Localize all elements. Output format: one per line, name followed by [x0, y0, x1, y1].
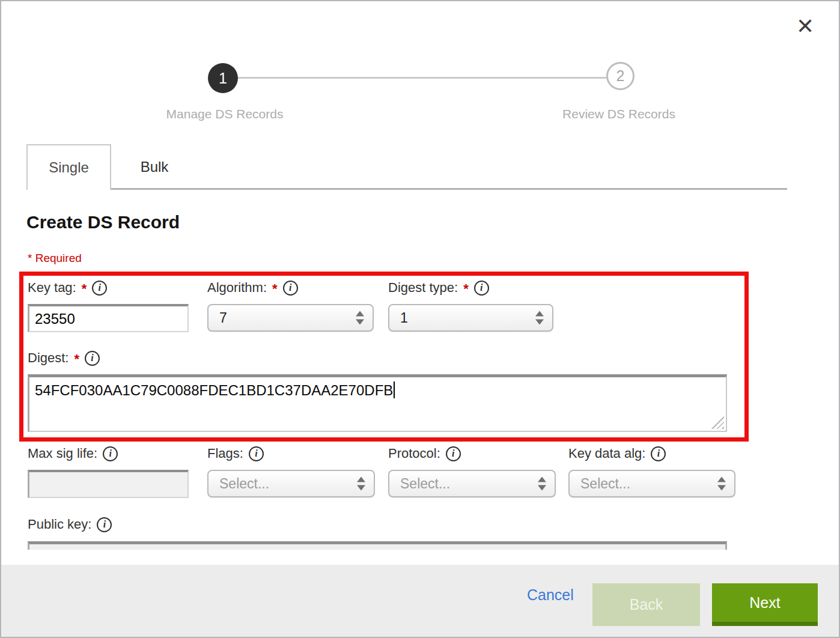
select-arrows-icon: [717, 477, 726, 491]
digest-type-label-row: Digest type: * i: [388, 279, 553, 297]
algorithm-selected-value: 7: [219, 310, 227, 326]
digest-label-row: Digest: * i: [28, 349, 727, 367]
info-icon[interactable]: i: [92, 281, 107, 296]
tab-bulk[interactable]: Bulk: [111, 144, 198, 190]
key-data-alg-label-row: Key data alg: i: [568, 445, 735, 463]
select-arrows-icon: [538, 477, 546, 491]
text-caret: [394, 381, 395, 398]
algorithm-select[interactable]: 7: [207, 304, 374, 332]
required-asterisk: *: [463, 281, 469, 297]
digest-type-selected-value: 1: [400, 310, 408, 326]
key-tag-label-row: Key tag: * i: [28, 279, 189, 297]
info-icon[interactable]: i: [283, 281, 298, 296]
info-icon[interactable]: i: [85, 351, 100, 366]
cancel-button[interactable]: Cancel: [527, 586, 574, 604]
field-max-sig-life: Max sig life: i: [28, 445, 189, 498]
field-digest: Digest: * i 54FCF030AA1C79C0088FDEC1BD1C…: [28, 349, 727, 432]
page-title: Create DS Record: [26, 212, 180, 232]
digest-type-label: Digest type:: [388, 280, 458, 296]
field-key-data-alg: Key data alg: i Select...: [568, 445, 735, 497]
algorithm-label: Algorithm:: [207, 280, 267, 296]
info-icon[interactable]: i: [446, 446, 461, 461]
info-icon[interactable]: i: [103, 446, 118, 461]
select-arrows-icon: [535, 311, 544, 325]
key-data-alg-select[interactable]: Select...: [568, 470, 735, 497]
key-data-alg-label: Key data alg:: [568, 446, 645, 461]
flags-placeholder: Select...: [219, 476, 269, 492]
max-sig-life-input[interactable]: [28, 470, 189, 498]
step-2-circle: 2: [606, 62, 635, 90]
step-2-number: 2: [616, 67, 625, 85]
public-key-label: Public key:: [28, 517, 91, 532]
protocol-label: Protocol:: [388, 446, 440, 461]
close-icon[interactable]: ✕: [792, 13, 818, 40]
max-sig-life-label: Max sig life:: [28, 446, 97, 461]
protocol-placeholder: Select...: [400, 476, 450, 492]
max-sig-life-label-row: Max sig life: i: [28, 445, 189, 463]
step-1-label: Manage DS Records: [156, 107, 294, 121]
field-digest-type: Digest type: * i 1: [388, 279, 553, 332]
info-icon[interactable]: i: [249, 446, 264, 461]
digest-type-select[interactable]: 1: [388, 304, 553, 332]
public-key-label-row: Public key: i: [28, 515, 112, 533]
key-tag-label: Key tag:: [28, 280, 76, 296]
stepper-connector-line: [222, 77, 620, 79]
key-tag-input[interactable]: [28, 304, 189, 332]
key-data-alg-placeholder: Select...: [580, 476, 630, 492]
flags-select[interactable]: Select...: [207, 470, 375, 497]
field-key-tag: Key tag: * i: [28, 279, 189, 332]
step-1-number: 1: [219, 70, 227, 87]
protocol-select[interactable]: Select...: [388, 470, 556, 497]
field-protocol: Protocol: i Select...: [388, 445, 556, 497]
next-button[interactable]: Next: [712, 583, 818, 626]
step-2-label: Review DS Records: [550, 107, 688, 121]
algorithm-label-row: Algorithm: * i: [207, 279, 374, 297]
dialog-footer: Cancel Back Next: [1, 565, 840, 638]
info-icon[interactable]: i: [651, 446, 666, 461]
create-ds-record-dialog: ✕ 1 2 Manage DS Records Review DS Record…: [0, 0, 840, 638]
tab-bar: Single Bulk: [26, 144, 787, 190]
tab-bar-divider: [111, 188, 787, 190]
field-public-key: Public key: i: [28, 515, 112, 541]
back-button[interactable]: Back: [592, 583, 700, 626]
field-algorithm: Algorithm: * i 7: [207, 279, 374, 332]
tab-single[interactable]: Single: [26, 144, 111, 190]
protocol-label-row: Protocol: i: [388, 445, 556, 463]
resize-handle[interactable]: [711, 416, 724, 429]
public-key-textarea[interactable]: [28, 541, 727, 550]
select-arrows-icon: [357, 477, 365, 491]
flags-label: Flags:: [207, 446, 243, 461]
info-icon[interactable]: i: [97, 517, 112, 532]
digest-label: Digest:: [28, 350, 68, 366]
select-arrows-icon: [356, 311, 364, 325]
info-icon[interactable]: i: [474, 281, 489, 296]
field-flags: Flags: i Select...: [207, 445, 375, 497]
step-1-circle: 1: [208, 63, 238, 93]
required-asterisk: *: [82, 281, 87, 297]
required-asterisk: *: [74, 351, 79, 367]
digest-value: 54FCF030AA1C79C0088FDEC1BD1C37DAA2E70DFB: [35, 382, 393, 398]
flags-label-row: Flags: i: [207, 445, 375, 463]
required-note: * Required: [28, 252, 82, 265]
required-asterisk: *: [272, 281, 278, 297]
digest-textarea[interactable]: 54FCF030AA1C79C0088FDEC1BD1C37DAA2E70DFB: [28, 374, 727, 432]
